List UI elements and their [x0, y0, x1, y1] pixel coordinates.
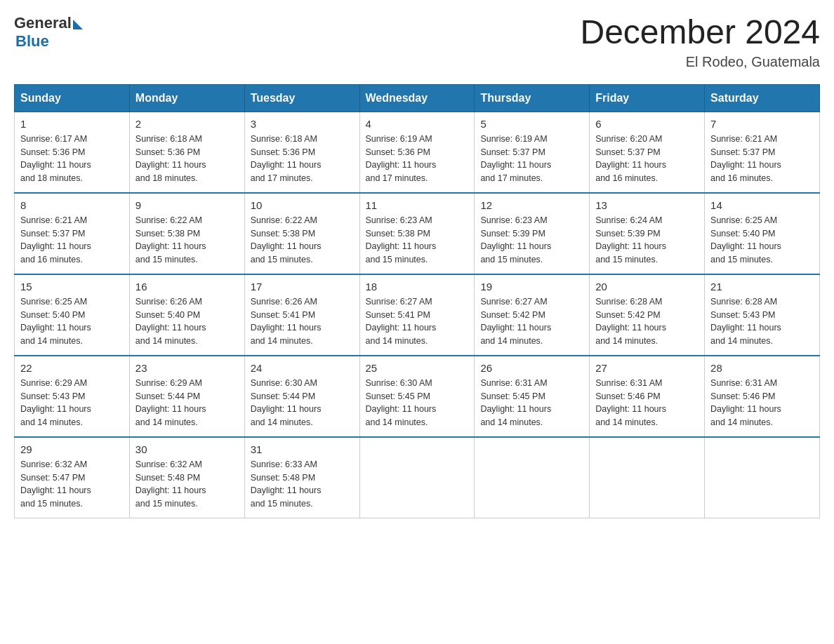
- day-number: 13: [595, 199, 699, 211]
- calendar-week-row: 1Sunrise: 6:17 AM Sunset: 5:36 PM Daylig…: [15, 112, 820, 193]
- day-info: Sunrise: 6:26 AM Sunset: 5:41 PM Dayligh…: [251, 295, 354, 348]
- day-info: Sunrise: 6:22 AM Sunset: 5:38 PM Dayligh…: [135, 214, 239, 267]
- day-number: 20: [595, 281, 699, 293]
- calendar-cell: 3Sunrise: 6:18 AM Sunset: 5:36 PM Daylig…: [244, 112, 359, 193]
- page-header: General Blue December 2024 El Rodeo, Gua…: [14, 14, 820, 70]
- calendar-cell: 17Sunrise: 6:26 AM Sunset: 5:41 PM Dayli…: [244, 274, 359, 356]
- day-number: 2: [135, 118, 239, 130]
- logo-general-text: General: [14, 14, 72, 32]
- calendar-cell: [705, 437, 820, 518]
- day-info: Sunrise: 6:30 AM Sunset: 5:45 PM Dayligh…: [366, 377, 469, 429]
- calendar-cell: 4Sunrise: 6:19 AM Sunset: 5:36 PM Daylig…: [359, 112, 475, 193]
- day-info: Sunrise: 6:23 AM Sunset: 5:39 PM Dayligh…: [480, 214, 583, 267]
- calendar-cell: 11Sunrise: 6:23 AM Sunset: 5:38 PM Dayli…: [359, 193, 475, 274]
- day-number: 14: [710, 199, 814, 211]
- location: El Rodeo, Guatemala: [580, 54, 820, 70]
- calendar-cell: 30Sunrise: 6:32 AM Sunset: 5:48 PM Dayli…: [129, 437, 244, 518]
- day-number: 12: [480, 199, 583, 211]
- day-info: Sunrise: 6:33 AM Sunset: 5:48 PM Dayligh…: [251, 458, 354, 511]
- day-number: 28: [710, 362, 814, 374]
- day-number: 27: [595, 362, 699, 374]
- day-number: 10: [251, 199, 354, 211]
- day-number: 11: [366, 199, 469, 211]
- col-header-tuesday: Tuesday: [244, 84, 359, 112]
- day-number: 8: [20, 199, 124, 211]
- calendar-week-row: 29Sunrise: 6:32 AM Sunset: 5:47 PM Dayli…: [15, 437, 820, 518]
- day-number: 26: [480, 362, 583, 374]
- calendar-cell: 27Sunrise: 6:31 AM Sunset: 5:46 PM Dayli…: [590, 356, 705, 437]
- calendar-cell: 14Sunrise: 6:25 AM Sunset: 5:40 PM Dayli…: [705, 193, 820, 274]
- calendar-cell: [590, 437, 705, 518]
- calendar-cell: [475, 437, 590, 518]
- logo-arrow-icon: [73, 20, 83, 29]
- day-info: Sunrise: 6:31 AM Sunset: 5:46 PM Dayligh…: [595, 377, 699, 429]
- day-info: Sunrise: 6:18 AM Sunset: 5:36 PM Dayligh…: [251, 133, 354, 185]
- calendar-cell: 25Sunrise: 6:30 AM Sunset: 5:45 PM Dayli…: [359, 356, 475, 437]
- calendar-cell: 23Sunrise: 6:29 AM Sunset: 5:44 PM Dayli…: [129, 356, 244, 437]
- col-header-sunday: Sunday: [15, 84, 130, 112]
- day-info: Sunrise: 6:32 AM Sunset: 5:47 PM Dayligh…: [20, 458, 124, 511]
- day-info: Sunrise: 6:19 AM Sunset: 5:37 PM Dayligh…: [480, 133, 583, 185]
- day-number: 23: [135, 362, 239, 374]
- day-info: Sunrise: 6:19 AM Sunset: 5:36 PM Dayligh…: [366, 133, 469, 185]
- calendar-cell: 31Sunrise: 6:33 AM Sunset: 5:48 PM Dayli…: [244, 437, 359, 518]
- calendar-cell: 29Sunrise: 6:32 AM Sunset: 5:47 PM Dayli…: [15, 437, 130, 518]
- day-number: 30: [135, 443, 239, 455]
- col-header-monday: Monday: [129, 84, 244, 112]
- calendar-cell: 18Sunrise: 6:27 AM Sunset: 5:41 PM Dayli…: [359, 274, 475, 356]
- calendar-cell: 19Sunrise: 6:27 AM Sunset: 5:42 PM Dayli…: [475, 274, 590, 356]
- day-info: Sunrise: 6:28 AM Sunset: 5:43 PM Dayligh…: [710, 295, 814, 348]
- calendar-cell: 6Sunrise: 6:20 AM Sunset: 5:37 PM Daylig…: [590, 112, 705, 193]
- day-info: Sunrise: 6:31 AM Sunset: 5:45 PM Dayligh…: [480, 377, 583, 429]
- day-info: Sunrise: 6:28 AM Sunset: 5:42 PM Dayligh…: [595, 295, 699, 348]
- calendar-cell: 13Sunrise: 6:24 AM Sunset: 5:39 PM Dayli…: [590, 193, 705, 274]
- calendar-cell: 15Sunrise: 6:25 AM Sunset: 5:40 PM Dayli…: [15, 274, 130, 356]
- calendar-cell: 28Sunrise: 6:31 AM Sunset: 5:46 PM Dayli…: [705, 356, 820, 437]
- day-info: Sunrise: 6:27 AM Sunset: 5:41 PM Dayligh…: [366, 295, 469, 348]
- day-number: 18: [366, 281, 469, 293]
- calendar-header-row: SundayMondayTuesdayWednesdayThursdayFrid…: [15, 84, 820, 112]
- day-info: Sunrise: 6:30 AM Sunset: 5:44 PM Dayligh…: [251, 377, 354, 429]
- day-number: 25: [366, 362, 469, 374]
- calendar-cell: 7Sunrise: 6:21 AM Sunset: 5:37 PM Daylig…: [705, 112, 820, 193]
- col-header-friday: Friday: [590, 84, 705, 112]
- calendar-cell: [359, 437, 475, 518]
- day-info: Sunrise: 6:25 AM Sunset: 5:40 PM Dayligh…: [20, 295, 124, 348]
- day-info: Sunrise: 6:22 AM Sunset: 5:38 PM Dayligh…: [251, 214, 354, 267]
- day-number: 17: [251, 281, 354, 293]
- calendar-cell: 24Sunrise: 6:30 AM Sunset: 5:44 PM Dayli…: [244, 356, 359, 437]
- day-number: 4: [366, 118, 469, 130]
- day-number: 15: [20, 281, 124, 293]
- day-number: 29: [20, 443, 124, 455]
- day-info: Sunrise: 6:29 AM Sunset: 5:43 PM Dayligh…: [20, 377, 124, 429]
- calendar-cell: 21Sunrise: 6:28 AM Sunset: 5:43 PM Dayli…: [705, 274, 820, 356]
- calendar-cell: 8Sunrise: 6:21 AM Sunset: 5:37 PM Daylig…: [15, 193, 130, 274]
- calendar-week-row: 22Sunrise: 6:29 AM Sunset: 5:43 PM Dayli…: [15, 356, 820, 437]
- calendar-week-row: 15Sunrise: 6:25 AM Sunset: 5:40 PM Dayli…: [15, 274, 820, 356]
- logo-blue-text: Blue: [15, 32, 49, 51]
- calendar-cell: 20Sunrise: 6:28 AM Sunset: 5:42 PM Dayli…: [590, 274, 705, 356]
- day-info: Sunrise: 6:25 AM Sunset: 5:40 PM Dayligh…: [710, 214, 814, 267]
- calendar-week-row: 8Sunrise: 6:21 AM Sunset: 5:37 PM Daylig…: [15, 193, 820, 274]
- calendar-cell: 16Sunrise: 6:26 AM Sunset: 5:40 PM Dayli…: [129, 274, 244, 356]
- col-header-saturday: Saturday: [705, 84, 820, 112]
- day-info: Sunrise: 6:18 AM Sunset: 5:36 PM Dayligh…: [135, 133, 239, 185]
- calendar-cell: 2Sunrise: 6:18 AM Sunset: 5:36 PM Daylig…: [129, 112, 244, 193]
- day-number: 19: [480, 281, 583, 293]
- month-title: December 2024: [580, 14, 820, 51]
- calendar-cell: 1Sunrise: 6:17 AM Sunset: 5:36 PM Daylig…: [15, 112, 130, 193]
- day-number: 9: [135, 199, 239, 211]
- calendar-cell: 10Sunrise: 6:22 AM Sunset: 5:38 PM Dayli…: [244, 193, 359, 274]
- day-info: Sunrise: 6:27 AM Sunset: 5:42 PM Dayligh…: [480, 295, 583, 348]
- day-number: 5: [480, 118, 583, 130]
- logo: General Blue: [14, 14, 83, 51]
- day-number: 6: [595, 118, 699, 130]
- day-number: 7: [710, 118, 814, 130]
- day-info: Sunrise: 6:32 AM Sunset: 5:48 PM Dayligh…: [135, 458, 239, 511]
- calendar-cell: 12Sunrise: 6:23 AM Sunset: 5:39 PM Dayli…: [475, 193, 590, 274]
- day-number: 22: [20, 362, 124, 374]
- day-number: 24: [251, 362, 354, 374]
- day-info: Sunrise: 6:17 AM Sunset: 5:36 PM Dayligh…: [20, 133, 124, 185]
- day-info: Sunrise: 6:26 AM Sunset: 5:40 PM Dayligh…: [135, 295, 239, 348]
- day-number: 21: [710, 281, 814, 293]
